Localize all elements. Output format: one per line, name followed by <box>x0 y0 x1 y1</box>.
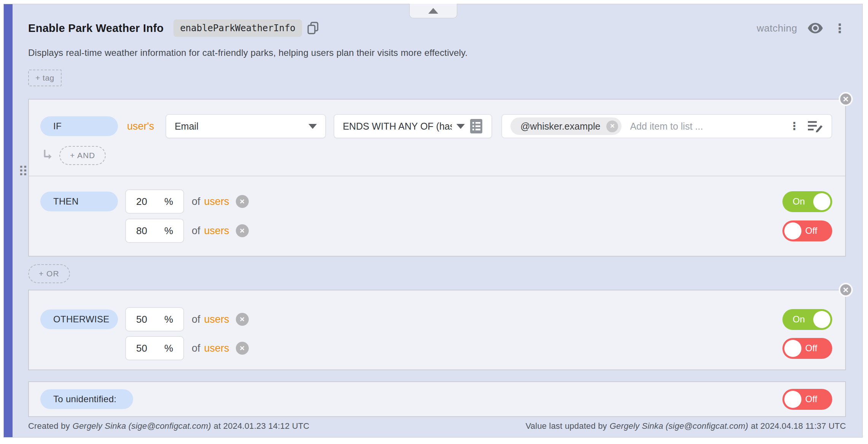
serve-value-toggle[interactable]: Off <box>782 220 832 241</box>
toggle-label: On <box>793 191 805 212</box>
condition-row: IF user's Email ENDS WITH ANY OF (has <box>29 100 845 138</box>
users-possessive-label: user's <box>127 121 154 132</box>
users-link[interactable]: users <box>204 343 229 354</box>
add-item-input[interactable]: Add item to list ... <box>630 121 781 132</box>
of-label: of <box>192 196 200 208</box>
watching-label: watching <box>757 22 797 34</box>
attribute-value: Email <box>175 121 199 132</box>
list-icon <box>469 118 483 134</box>
attribute-select[interactable]: Email <box>165 114 326 138</box>
updated-info: Value last updated by Gergely Sinka (sig… <box>526 421 846 431</box>
of-label: of <box>192 225 200 237</box>
percentage-input[interactable]: 80 % <box>125 219 184 243</box>
close-icon: ✕ <box>239 228 245 234</box>
updated-prefix: Value last updated by <box>526 421 607 431</box>
toggle-knob <box>784 340 801 357</box>
percentage-input[interactable]: 50 % <box>125 307 184 331</box>
toggle-label: On <box>793 309 805 330</box>
toggle-label: Off <box>805 220 817 241</box>
add-or-rule-button[interactable]: + OR <box>28 264 70 283</box>
chip-label: @whisker.example <box>520 121 600 132</box>
created-user: Gergely Sinka (sige@configcat.com) <box>73 421 211 431</box>
delete-rule-button[interactable]: ✕ <box>839 283 853 297</box>
percent-sign: % <box>164 314 173 325</box>
panel-content: Enable Park Weather Info enableParkWeath… <box>13 4 862 437</box>
then-section: THEN 20 % of users ✕ On <box>29 176 845 256</box>
created-prefix: Created by <box>28 421 70 431</box>
list-item-chip: @whisker.example ✕ <box>510 117 622 135</box>
close-icon: ✕ <box>610 123 615 129</box>
created-info: Created by Gergely Sinka (sige@configcat… <box>28 421 309 431</box>
serve-value-toggle[interactable]: Off <box>782 338 832 359</box>
percentage-row: OTHERWISE 50 % of users ✕ On <box>40 307 832 331</box>
percent-sign: % <box>164 343 173 354</box>
close-icon: ✕ <box>843 286 849 294</box>
targeting-rule-card: ✕ ⠿ IF user's Email ENDS WITH ANY OF (ha… <box>28 99 846 257</box>
percentage-value: 20 <box>136 196 147 208</box>
close-icon: ✕ <box>239 316 245 323</box>
kebab-menu-icon[interactable]: ⋮ <box>833 22 846 35</box>
of-label: of <box>192 343 200 354</box>
flag-key-badge: enableParkWeatherInfo <box>173 19 302 37</box>
otherwise-section: OTHERWISE 50 % of users ✕ On <box>29 290 845 369</box>
toggle-knob <box>813 193 830 210</box>
chevron-down-icon <box>308 124 317 129</box>
comparison-values-box: @whisker.example ✕ Add item to list ... … <box>501 114 832 138</box>
remove-item-button[interactable]: ✕ <box>606 121 618 132</box>
users-link[interactable]: users <box>204 225 229 237</box>
and-row: + AND <box>42 146 845 165</box>
updated-timestamp: at 2024.04.18 11:37 UTC <box>751 421 846 431</box>
close-icon: ✕ <box>239 345 245 352</box>
serve-value-toggle[interactable]: On <box>782 191 832 212</box>
toggle-label: Off <box>805 338 817 359</box>
remove-percentage-button[interactable]: ✕ <box>236 224 249 237</box>
chevron-down-icon <box>456 124 465 129</box>
feature-flag-page: Enable Park Weather Info enableParkWeath… <box>0 0 868 444</box>
eye-icon[interactable] <box>808 23 823 33</box>
close-icon: ✕ <box>239 198 245 205</box>
then-label: THEN <box>40 192 118 211</box>
add-and-condition-button[interactable]: + AND <box>59 146 106 165</box>
percentage-input[interactable]: 50 % <box>125 336 184 360</box>
unidentified-label: To unidentified: <box>40 389 133 409</box>
panel-footer: Created by Gergely Sinka (sige@configcat… <box>28 421 846 431</box>
toggle-knob <box>784 391 801 408</box>
feature-flag-panel: Enable Park Weather Info enableParkWeath… <box>3 4 863 438</box>
close-icon: ✕ <box>843 95 849 103</box>
otherwise-rule-card: ✕ OTHERWISE 50 % of users ✕ <box>28 290 846 370</box>
users-link[interactable]: users <box>204 314 229 325</box>
flag-description: Displays real-time weather information f… <box>28 48 846 58</box>
toggle-label: Off <box>805 389 817 410</box>
edit-list-icon[interactable] <box>808 120 823 133</box>
accent-stripe <box>4 4 13 437</box>
comparator-value: ENDS WITH ANY OF (has <box>343 121 452 132</box>
users-link[interactable]: users <box>204 196 229 208</box>
comparator-select[interactable]: ENDS WITH ANY OF (has <box>334 114 492 138</box>
delete-rule-button[interactable]: ✕ <box>839 92 853 106</box>
kebab-menu-icon[interactable]: ⋮ <box>789 121 800 132</box>
percentage-input[interactable]: 20 % <box>125 189 184 214</box>
percentage-row: 50 % of users ✕ Off <box>40 336 832 360</box>
flag-header: Enable Park Weather Info enableParkWeath… <box>28 19 846 37</box>
percentage-value: 80 <box>136 225 147 237</box>
copy-key-button[interactable] <box>307 22 319 35</box>
serve-value-toggle[interactable]: Off <box>782 389 832 410</box>
percentage-row: THEN 20 % of users ✕ On <box>40 189 832 214</box>
serve-value-toggle[interactable]: On <box>782 309 832 330</box>
remove-percentage-button[interactable]: ✕ <box>236 195 249 208</box>
drag-handle[interactable]: ⠿ <box>18 165 28 179</box>
branch-arrow-icon <box>42 150 53 161</box>
watch-controls: watching ⋮ <box>757 22 846 35</box>
percent-sign: % <box>164 225 173 237</box>
otherwise-label: OTHERWISE <box>40 309 118 329</box>
percentage-value: 50 <box>136 314 147 325</box>
toggle-knob <box>813 311 830 328</box>
percentage-value: 50 <box>136 343 147 354</box>
add-tag-button[interactable]: + tag <box>28 70 62 86</box>
remove-percentage-button[interactable]: ✕ <box>236 342 249 355</box>
percentage-row: 80 % of users ✕ Off <box>40 219 832 243</box>
if-label: IF <box>40 116 118 136</box>
remove-percentage-button[interactable]: ✕ <box>236 313 249 326</box>
percent-sign: % <box>164 196 173 208</box>
updated-user: Gergely Sinka (sige@configcat.com) <box>610 421 748 431</box>
